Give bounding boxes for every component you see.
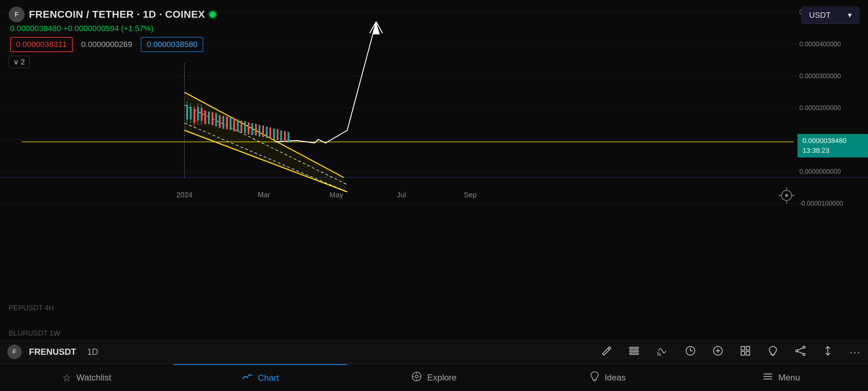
indicators-badge[interactable]: ∨ 2 (9, 56, 30, 68)
bottom-nav: ☆ Watchlist Chart Explore (0, 364, 868, 391)
watchlist-label: Watchlist (76, 373, 111, 383)
header: F FRENCOIN / TETHER · 1D · COINEX 0.0000… (0, 0, 868, 68)
svg-rect-80 (746, 346, 750, 350)
ohlc-close: 0.0000038580 (141, 37, 203, 52)
svg-point-87 (803, 353, 805, 356)
svg-rect-44 (259, 125, 260, 136)
svg-rect-72 (630, 350, 638, 352)
nav-watchlist[interactable]: ☆ Watchlist (0, 364, 174, 391)
share-icon[interactable] (795, 345, 806, 359)
svg-rect-81 (741, 352, 745, 355)
svg-rect-82 (746, 352, 750, 355)
usdt-dropdown[interactable]: USDT ▾ (801, 7, 859, 24)
svg-rect-34 (222, 116, 224, 129)
current-price: 0.0000038480 (803, 136, 863, 146)
menu-icon (762, 372, 773, 383)
svg-rect-42 (251, 123, 253, 135)
more-options-icon[interactable]: ··· (850, 346, 861, 358)
svg-text:May: May (329, 191, 343, 199)
svg-text:Sep: Sep (464, 191, 477, 199)
svg-point-96 (415, 375, 418, 378)
svg-rect-32 (215, 113, 217, 126)
ohlc-row: 0.0000038311 0.0000000269 0.0000038580 (9, 37, 216, 52)
pair-title: FRENCOIN / TETHER · 1D · COINEX (29, 9, 205, 20)
svg-text:0.0000300000: 0.0000300000 (799, 72, 841, 80)
svg-point-70 (785, 194, 788, 197)
indicators-icon[interactable] (628, 345, 640, 359)
toolbar-pair: FRENUSDT (29, 347, 76, 357)
svg-text:0.0000000000: 0.0000000000 (799, 168, 841, 175)
toolbar-coin-avatar: F (7, 345, 22, 359)
svg-text:fx: fx (657, 351, 661, 357)
ohlc-open: 0.0000038311 (10, 37, 73, 52)
svg-rect-38 (237, 119, 239, 132)
nav-explore[interactable]: Explore (347, 364, 521, 391)
add-icon[interactable] (712, 345, 724, 359)
ideas-label: Ideas (605, 373, 626, 383)
svg-rect-47 (269, 127, 271, 139)
explore-label: Explore (427, 373, 456, 383)
svg-rect-46 (266, 127, 268, 138)
svg-rect-79 (741, 346, 745, 350)
svg-point-85 (796, 350, 798, 352)
svg-rect-43 (255, 124, 257, 135)
toolbar-icons: fx (601, 345, 861, 359)
svg-rect-50 (280, 130, 282, 141)
chart-nav-icon (242, 372, 253, 384)
menu-label: Menu (778, 373, 800, 383)
svg-text:2024: 2024 (176, 191, 193, 199)
ticker-mini-1: PEPUSDT 4H (9, 304, 54, 312)
watchlist-icon: ☆ (62, 372, 71, 384)
svg-rect-73 (630, 353, 638, 354)
price-change: 0.0000038480 +0.0000000594 (+1.57%) (9, 24, 216, 33)
svg-rect-48 (273, 129, 275, 140)
svg-rect-51 (284, 131, 286, 142)
ticker-mini-2: BLURUSDT 1W (9, 329, 60, 337)
svg-text:Mar: Mar (258, 191, 271, 199)
svg-rect-39 (241, 121, 242, 133)
svg-line-88 (798, 348, 803, 350)
coin-avatar: F (9, 7, 25, 22)
title-row: F FRENCOIN / TETHER · 1D · COINEX (9, 7, 216, 22)
svg-rect-33 (219, 115, 221, 128)
svg-point-86 (803, 346, 805, 348)
chart-label: Chart (258, 373, 279, 383)
svg-rect-52 (288, 132, 289, 143)
nav-ideas[interactable]: Ideas (521, 364, 694, 391)
svg-text:0.0000200000: 0.0000200000 (799, 104, 841, 112)
ideas-toolbar-icon[interactable] (767, 345, 779, 359)
price-scale-icon[interactable] (822, 345, 834, 359)
chevron-down-icon: ▾ (848, 10, 852, 20)
svg-rect-29 (204, 110, 206, 124)
svg-rect-35 (226, 117, 228, 129)
toolbar-timeframe: 1D (87, 347, 98, 357)
ohlc-mid: 0.0000000269 (81, 40, 132, 49)
svg-text:-0.0000100000: -0.0000100000 (799, 200, 843, 207)
nav-chart[interactable]: Chart (174, 364, 347, 391)
draw-tool-icon[interactable] (601, 345, 612, 359)
svg-rect-45 (262, 126, 264, 137)
svg-rect-49 (277, 129, 278, 140)
svg-line-89 (798, 352, 803, 354)
svg-rect-71 (630, 347, 638, 349)
ideas-icon (590, 371, 600, 384)
nav-menu[interactable]: Menu (694, 364, 868, 391)
alert-icon[interactable] (685, 345, 696, 359)
svg-text:Jul: Jul (397, 191, 406, 199)
svg-rect-37 (233, 119, 235, 131)
current-time: 13:38:23 (803, 146, 863, 156)
bottom-toolbar: F FRENUSDT 1D fx (0, 340, 868, 364)
svg-rect-40 (244, 121, 246, 133)
svg-rect-36 (230, 118, 231, 130)
svg-rect-41 (248, 122, 250, 134)
layout-icon[interactable] (740, 345, 751, 359)
current-price-box: 0.0000038480 13:38:23 (797, 134, 868, 157)
explore-icon (411, 371, 422, 384)
exchange-status-dot (209, 11, 216, 18)
function-icon[interactable]: fx (656, 345, 669, 359)
svg-rect-30 (208, 112, 210, 124)
header-left: F FRENCOIN / TETHER · 1D · COINEX 0.0000… (9, 7, 216, 68)
svg-rect-31 (212, 112, 213, 125)
